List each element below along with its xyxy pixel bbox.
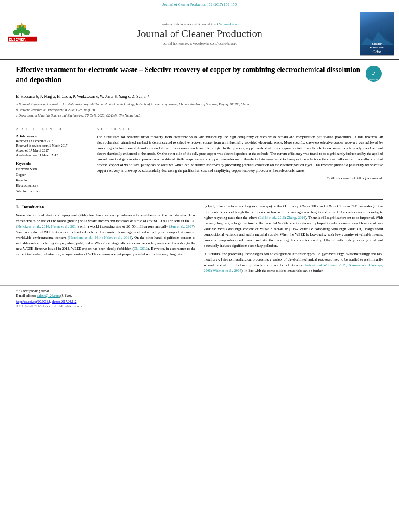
svg-point-7 <box>20 23 22 26</box>
abstract-header: A B S T R A C T <box>97 127 383 131</box>
accepted-date: Accepted 17 March 2017 <box>16 148 88 153</box>
issn-line: 0959-6526/© 2017 Elsevier Ltd. All right… <box>16 304 383 308</box>
article-info-abstract-section: A R T I C L E I N F O Article history: R… <box>16 123 383 194</box>
article-title: Effective treatment for electronic waste… <box>16 65 361 85</box>
keyword-3: Recycling <box>16 178 88 183</box>
body-left-column: 1. Introduction Waste electric and elect… <box>16 204 195 276</box>
article-title-section: Effective treatment for electronic waste… <box>16 65 383 89</box>
ref-balde-2015[interactable]: Baldé et al., 2015; Zhang, 2016 <box>259 216 305 220</box>
svg-point-4 <box>13 29 20 35</box>
affiliation-c: c Department of Materials Science and En… <box>16 113 383 118</box>
ref-henckens-2014b[interactable]: Henckens et al., 2014; Nelen et al., 201… <box>69 236 131 240</box>
email-note: E-mail address: zhisun@126.com (Z. Sun). <box>16 294 383 298</box>
keywords-list: Electronic waste Copper Recycling Electr… <box>16 166 88 194</box>
elsevier-logo-icon: ELSEVIER <box>5 23 39 45</box>
body-right-column: globally. The effective recycling rate (… <box>204 204 383 276</box>
article-history-label: Article history: <box>16 134 88 138</box>
article-info-column: A R T I C L E I N F O Article history: R… <box>16 127 88 194</box>
journal-title-container: Contents lists available at ScienceDirec… <box>44 12 355 56</box>
ref-henckens-2014[interactable]: Henckens et al., 2014; Nelen et al., 201… <box>17 224 78 228</box>
revised-date: Received in revised form 1 March 2017 <box>16 144 88 148</box>
journal-title: Journal of Cleaner Production <box>137 28 263 40</box>
crossmark-badge: ✓ CrossMark <box>365 65 383 83</box>
article-info-header: A R T I C L E I N F O <box>16 127 88 131</box>
intro-paragraph-2: globally. The effective recycling rate (… <box>204 204 383 249</box>
affiliation-b: b Umicore Research & Development, B-2250… <box>16 108 383 113</box>
svg-text:ELSEVIER: ELSEVIER <box>9 37 26 41</box>
ref-kahhat-2009[interactable]: Kahhat and Williams, 2009; Nnorom and Os… <box>204 263 383 273</box>
intro-paragraph-3: In literature, the processing technologi… <box>204 251 383 274</box>
available-date: Available online 21 March 2017 <box>16 153 88 158</box>
sciencedirect-label: Contents lists available at ScienceDirec… <box>160 22 239 26</box>
ref-sun-2017[interactable]: Sun et al., 2017 <box>170 224 193 228</box>
cover-title: Cleaner Production <box>370 42 383 49</box>
footer: * * Corresponding author. E-mail address… <box>0 285 399 310</box>
intro-paragraph-1: Waste electric and electronic equipment … <box>16 213 195 258</box>
journal-homepage: journal homepage: www.elsevier.com/locat… <box>162 41 237 45</box>
elsevier-logo-container: ELSEVIER <box>4 12 40 56</box>
keyword-2: Copper <box>16 172 88 178</box>
author-email-link[interactable]: zhisun@126.com <box>37 294 60 298</box>
journal-citation: Journal of Cleaner Production 152 (2017)… <box>162 2 237 6</box>
cover-chat-label: CHat <box>372 49 381 54</box>
body-divider <box>16 199 383 200</box>
crossmark-icon: ✓ CrossMark <box>365 65 383 83</box>
journal-cover-image: Cleaner Production CHat <box>360 12 394 56</box>
received-date: Received 18 December 2016 <box>16 139 88 144</box>
corresponding-author-note: * * Corresponding author. <box>16 289 383 294</box>
keyword-5: Selective recovery <box>16 189 88 194</box>
ref-eu-2012[interactable]: EU, 2012 <box>134 246 148 251</box>
svg-point-6 <box>17 25 19 28</box>
svg-text:✓: ✓ <box>372 71 376 77</box>
svg-point-8 <box>24 25 26 28</box>
journal-citation-bar: Journal of Cleaner Production 152 (2017)… <box>0 0 399 8</box>
authors-line: E. Haccuria b, P. Ning a, H. Cao a, P. V… <box>16 93 383 100</box>
abstract-column: A B S T R A C T The difficulties for sel… <box>97 127 383 194</box>
main-content: Effective treatment for electronic waste… <box>0 60 399 281</box>
keyword-4: Electrochemistry <box>16 183 88 189</box>
svg-text:CrossMark: CrossMark <box>369 78 378 80</box>
doi-url[interactable]: http://dx.doi.org/10.1016/j.jclepro.2017… <box>16 300 76 304</box>
keywords-label: Keywords: <box>16 162 88 166</box>
affiliation-a: a National Engineering Laboratory for Hy… <box>16 102 383 107</box>
copyright-notice: © 2017 Elsevier Ltd. All rights reserved… <box>97 176 383 180</box>
intro-section-title: 1. Introduction <box>16 204 195 210</box>
page: Journal of Cleaner Production 152 (2017)… <box>0 0 399 532</box>
journal-cover-container: Cleaner Production CHat <box>359 12 395 56</box>
abstract-text: The difficulties for selective metal rec… <box>97 134 383 174</box>
sciencedirect-link[interactable]: ScienceDirect <box>219 22 239 26</box>
body-content: 1. Introduction Waste electric and elect… <box>16 204 383 276</box>
keyword-1: Electronic waste <box>16 166 88 172</box>
svg-point-5 <box>23 29 30 35</box>
doi-link: http://dx.doi.org/10.1016/j.jclepro.2017… <box>16 300 383 304</box>
affiliations: a National Engineering Laboratory for Hy… <box>16 102 383 118</box>
journal-header: ELSEVIER Contents lists available at Sci… <box>0 8 399 60</box>
